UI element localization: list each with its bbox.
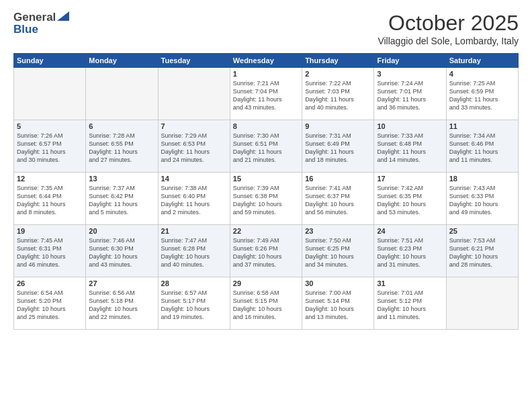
day-number: 15 [233,175,299,183]
day-info: Sunrise: 7:37 AM Sunset: 6:42 PM Dayligh… [89,184,154,217]
table-cell: 1Sunrise: 7:21 AM Sunset: 7:04 PM Daylig… [230,68,302,120]
table-cell: 9Sunrise: 7:31 AM Sunset: 6:49 PM Daylig… [302,120,374,173]
table-cell: 17Sunrise: 7:42 AM Sunset: 6:35 PM Dayli… [374,173,446,225]
calendar: Sunday Monday Tuesday Wednesday Thursday… [13,53,519,330]
day-number: 25 [449,227,515,235]
table-cell: 11Sunrise: 7:34 AM Sunset: 6:46 PM Dayli… [446,120,518,173]
col-tuesday: Tuesday [158,54,230,68]
table-cell: 21Sunrise: 7:47 AM Sunset: 6:28 PM Dayli… [158,225,230,277]
table-cell: 22Sunrise: 7:49 AM Sunset: 6:26 PM Dayli… [230,225,302,277]
table-cell: 30Sunrise: 7:00 AM Sunset: 5:14 PM Dayli… [302,277,374,330]
logo-blue: Blue [13,23,69,36]
day-info: Sunrise: 7:25 AM Sunset: 6:59 PM Dayligh… [449,79,515,112]
day-info: Sunrise: 7:43 AM Sunset: 6:33 PM Dayligh… [449,184,515,217]
day-info: Sunrise: 7:53 AM Sunset: 6:21 PM Dayligh… [449,236,515,269]
table-cell: 27Sunrise: 6:56 AM Sunset: 5:18 PM Dayli… [86,277,158,330]
table-cell [158,68,230,120]
col-friday: Friday [374,54,446,68]
day-info: Sunrise: 7:51 AM Sunset: 6:23 PM Dayligh… [377,236,443,269]
day-info: Sunrise: 7:00 AM Sunset: 5:14 PM Dayligh… [305,289,371,322]
day-number: 10 [377,122,443,130]
day-info: Sunrise: 7:01 AM Sunset: 5:12 PM Dayligh… [377,289,443,322]
day-number: 29 [233,279,299,287]
table-cell: 13Sunrise: 7:37 AM Sunset: 6:42 PM Dayli… [86,173,158,225]
table-cell [14,68,86,120]
day-number: 31 [377,279,443,287]
header: General Blue October 2025 Villaggio del … [13,11,519,46]
col-wednesday: Wednesday [230,54,302,68]
col-monday: Monday [86,54,158,68]
table-cell: 3Sunrise: 7:24 AM Sunset: 7:01 PM Daylig… [374,68,446,120]
day-number: 19 [17,227,83,235]
table-cell: 24Sunrise: 7:51 AM Sunset: 6:23 PM Dayli… [374,225,446,277]
day-number: 17 [377,175,443,183]
title-block: October 2025 Villaggio del Sole, Lombard… [378,11,519,46]
table-cell: 7Sunrise: 7:29 AM Sunset: 6:53 PM Daylig… [158,120,230,173]
day-info: Sunrise: 6:54 AM Sunset: 5:20 PM Dayligh… [17,289,83,322]
day-number: 8 [233,122,299,130]
table-cell: 12Sunrise: 7:35 AM Sunset: 6:44 PM Dayli… [14,173,86,225]
logo-icon [57,11,69,21]
day-info: Sunrise: 7:28 AM Sunset: 6:55 PM Dayligh… [89,132,154,165]
day-number: 5 [17,122,83,130]
day-info: Sunrise: 7:24 AM Sunset: 7:01 PM Dayligh… [377,79,443,112]
svg-marker-0 [57,11,69,21]
day-number: 23 [305,227,371,235]
day-number: 3 [377,70,443,78]
table-cell: 26Sunrise: 6:54 AM Sunset: 5:20 PM Dayli… [14,277,86,330]
day-info: Sunrise: 7:22 AM Sunset: 7:03 PM Dayligh… [305,79,371,112]
day-info: Sunrise: 7:29 AM Sunset: 6:53 PM Dayligh… [161,132,227,165]
day-number: 14 [161,175,227,183]
day-number: 18 [449,175,515,183]
day-info: Sunrise: 7:46 AM Sunset: 6:30 PM Dayligh… [89,236,154,269]
day-info: Sunrise: 7:42 AM Sunset: 6:35 PM Dayligh… [377,184,443,217]
day-number: 11 [449,122,515,130]
table-cell: 5Sunrise: 7:26 AM Sunset: 6:57 PM Daylig… [14,120,86,173]
table-cell: 25Sunrise: 7:53 AM Sunset: 6:21 PM Dayli… [446,225,518,277]
day-number: 16 [305,175,371,183]
week-row: 1Sunrise: 7:21 AM Sunset: 7:04 PM Daylig… [14,68,519,120]
day-info: Sunrise: 7:49 AM Sunset: 6:26 PM Dayligh… [233,236,299,269]
week-row: 12Sunrise: 7:35 AM Sunset: 6:44 PM Dayli… [14,173,519,225]
table-cell: 28Sunrise: 6:57 AM Sunset: 5:17 PM Dayli… [158,277,230,330]
day-number: 1 [233,70,299,78]
table-cell: 4Sunrise: 7:25 AM Sunset: 6:59 PM Daylig… [446,68,518,120]
table-cell: 15Sunrise: 7:39 AM Sunset: 6:38 PM Dayli… [230,173,302,225]
day-number: 21 [161,227,227,235]
day-info: Sunrise: 6:56 AM Sunset: 5:18 PM Dayligh… [89,289,154,322]
subtitle: Villaggio del Sole, Lombardy, Italy [378,36,519,46]
day-info: Sunrise: 7:50 AM Sunset: 6:25 PM Dayligh… [305,236,371,269]
day-number: 13 [89,175,154,183]
day-info: Sunrise: 7:30 AM Sunset: 6:51 PM Dayligh… [233,132,299,165]
day-number: 7 [161,122,227,130]
day-info: Sunrise: 7:47 AM Sunset: 6:28 PM Dayligh… [161,236,227,269]
table-cell: 6Sunrise: 7:28 AM Sunset: 6:55 PM Daylig… [86,120,158,173]
day-number: 30 [305,279,371,287]
table-cell: 8Sunrise: 7:30 AM Sunset: 6:51 PM Daylig… [230,120,302,173]
table-cell: 23Sunrise: 7:50 AM Sunset: 6:25 PM Dayli… [302,225,374,277]
day-number: 20 [89,227,154,235]
logo: General Blue [13,11,69,36]
day-info: Sunrise: 7:33 AM Sunset: 6:48 PM Dayligh… [377,132,443,165]
table-cell: 20Sunrise: 7:46 AM Sunset: 6:30 PM Dayli… [86,225,158,277]
table-cell: 19Sunrise: 7:45 AM Sunset: 6:31 PM Dayli… [14,225,86,277]
day-number: 24 [377,227,443,235]
day-number: 27 [89,279,154,287]
week-row: 26Sunrise: 6:54 AM Sunset: 5:20 PM Dayli… [14,277,519,330]
month-title: October 2025 [378,11,519,36]
logo-general: General [13,11,56,24]
day-number: 9 [305,122,371,130]
day-info: Sunrise: 6:57 AM Sunset: 5:17 PM Dayligh… [161,289,227,322]
day-number: 2 [305,70,371,78]
day-number: 6 [89,122,154,130]
col-sunday: Sunday [14,54,86,68]
table-cell: 14Sunrise: 7:38 AM Sunset: 6:40 PM Dayli… [158,173,230,225]
week-row: 5Sunrise: 7:26 AM Sunset: 6:57 PM Daylig… [14,120,519,173]
week-row: 19Sunrise: 7:45 AM Sunset: 6:31 PM Dayli… [14,225,519,277]
day-number: 28 [161,279,227,287]
day-info: Sunrise: 7:38 AM Sunset: 6:40 PM Dayligh… [161,184,227,217]
day-info: Sunrise: 7:35 AM Sunset: 6:44 PM Dayligh… [17,184,83,217]
day-info: Sunrise: 7:39 AM Sunset: 6:38 PM Dayligh… [233,184,299,217]
day-info: Sunrise: 6:58 AM Sunset: 5:15 PM Dayligh… [233,289,299,322]
header-row: Sunday Monday Tuesday Wednesday Thursday… [14,54,519,68]
